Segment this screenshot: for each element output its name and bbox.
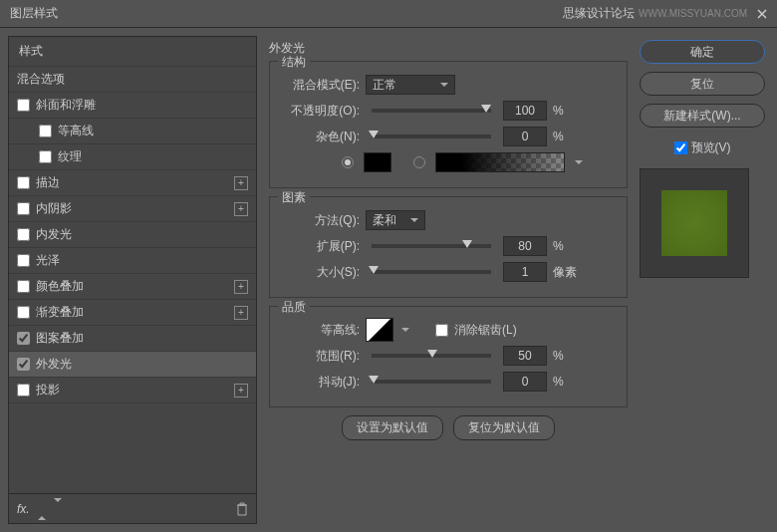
style-label: 外发光 <box>36 356 248 373</box>
opacity-slider[interactable] <box>372 109 491 113</box>
style-label: 图案叠加 <box>36 330 248 347</box>
style-label: 斜面和浮雕 <box>36 97 248 114</box>
style-item[interactable]: 颜色叠加+ <box>9 274 256 300</box>
brand-text: 思缘设计论坛WWW.MISSYUAN.COM <box>563 5 747 22</box>
style-item[interactable]: 斜面和浮雕 <box>9 93 256 119</box>
close-icon[interactable] <box>757 9 767 19</box>
style-item[interactable]: 外发光 <box>9 352 256 378</box>
reset-button[interactable]: 复位 <box>640 72 765 96</box>
jitter-slider[interactable] <box>372 380 491 384</box>
contour-menu-icon[interactable] <box>401 328 409 332</box>
style-item[interactable]: 图案叠加 <box>9 326 256 352</box>
style-checkbox[interactable] <box>17 384 30 397</box>
styles-sidebar: 样式 混合选项 斜面和浮雕等高线纹理描边+内阴影+内发光光泽颜色叠加+渐变叠加+… <box>8 36 257 524</box>
style-label: 投影 <box>36 382 234 399</box>
style-label: 内发光 <box>36 226 248 243</box>
style-label: 等高线 <box>58 123 248 139</box>
set-default-button[interactable]: 设置为默认值 <box>342 415 443 440</box>
style-label: 颜色叠加 <box>36 278 234 295</box>
opacity-input[interactable]: 100 <box>503 101 547 121</box>
style-item[interactable]: 等高线 <box>9 119 256 144</box>
style-checkbox[interactable] <box>17 332 30 345</box>
style-label: 内阴影 <box>36 200 234 217</box>
color-radio[interactable] <box>342 156 354 168</box>
noise-label: 杂色(N): <box>282 129 360 145</box>
dialog-title: 图层样式 <box>10 5 563 22</box>
range-label: 范围(R): <box>282 348 360 365</box>
new-style-button[interactable]: 新建样式(W)... <box>640 104 765 128</box>
size-input[interactable]: 1 <box>503 262 547 282</box>
ok-button[interactable]: 确定 <box>640 40 765 64</box>
style-checkbox[interactable] <box>17 306 30 319</box>
spread-input[interactable]: 80 <box>503 236 547 256</box>
jitter-input[interactable]: 0 <box>503 372 547 392</box>
noise-input[interactable]: 0 <box>503 127 547 146</box>
gradient-swatch[interactable] <box>435 152 565 172</box>
trash-icon[interactable] <box>236 502 248 516</box>
style-item[interactable]: 渐变叠加+ <box>9 300 256 326</box>
jitter-label: 抖动(J): <box>282 374 360 391</box>
style-label: 纹理 <box>58 148 248 165</box>
add-effect-icon[interactable]: + <box>234 384 248 398</box>
style-item[interactable]: 纹理 <box>9 144 256 170</box>
spread-label: 扩展(P): <box>282 238 360 255</box>
contour-picker[interactable] <box>366 318 393 342</box>
style-checkbox[interactable] <box>17 228 30 241</box>
gradient-menu-icon[interactable] <box>575 160 583 164</box>
reset-default-button[interactable]: 复位为默认值 <box>453 415 555 440</box>
method-select[interactable]: 柔和 <box>366 210 425 230</box>
opacity-label: 不透明度(O): <box>282 103 360 120</box>
style-checkbox[interactable] <box>17 99 30 112</box>
style-checkbox[interactable] <box>17 280 30 293</box>
quality-group: 品质 等高线: 消除锯齿(L) 范围(R): 50 % 抖动(J): 0 % <box>269 306 628 407</box>
style-checkbox[interactable] <box>17 176 30 189</box>
style-label: 渐变叠加 <box>36 304 234 321</box>
style-item[interactable]: 内发光 <box>9 222 256 248</box>
range-slider[interactable] <box>372 354 491 358</box>
style-item[interactable]: 内阴影+ <box>9 196 256 222</box>
blend-mode-label: 混合模式(E): <box>282 77 360 94</box>
spread-slider[interactable] <box>372 244 491 248</box>
antialias-label: 消除锯齿(L) <box>454 322 517 339</box>
add-effect-icon[interactable]: + <box>234 202 248 216</box>
size-label: 大小(S): <box>282 264 360 281</box>
style-checkbox[interactable] <box>39 125 52 137</box>
contour-label: 等高线: <box>282 322 360 339</box>
noise-slider[interactable] <box>372 134 491 138</box>
structure-group: 结构 混合模式(E): 正常 不透明度(O): 100 % 杂色(N): 0 % <box>269 61 628 188</box>
style-checkbox[interactable] <box>17 358 30 371</box>
panel-title: 外发光 <box>269 36 628 61</box>
style-checkbox[interactable] <box>17 202 30 215</box>
style-label: 描边 <box>36 174 234 191</box>
fx-icon[interactable]: fx. <box>17 502 30 516</box>
style-item[interactable]: 投影+ <box>9 378 256 403</box>
style-item[interactable]: 描边+ <box>9 170 256 196</box>
preview-label: 预览(V) <box>691 139 731 156</box>
range-input[interactable]: 50 <box>503 346 547 366</box>
style-checkbox[interactable] <box>39 150 52 163</box>
sidebar-header: 样式 <box>9 37 256 67</box>
method-label: 方法(Q): <box>282 212 360 229</box>
antialias-checkbox[interactable] <box>435 324 448 337</box>
blend-options-row[interactable]: 混合选项 <box>9 67 256 93</box>
blend-mode-select[interactable]: 正常 <box>366 75 455 95</box>
arrow-down-icon[interactable] <box>54 502 62 516</box>
style-item[interactable]: 光泽 <box>9 248 256 274</box>
add-effect-icon[interactable]: + <box>234 306 248 320</box>
arrow-up-icon[interactable] <box>38 502 46 516</box>
gradient-radio[interactable] <box>413 156 425 168</box>
preview-thumbnail <box>640 168 749 278</box>
size-slider[interactable] <box>372 270 491 274</box>
add-effect-icon[interactable]: + <box>234 280 248 294</box>
style-checkbox[interactable] <box>17 254 30 267</box>
add-effect-icon[interactable]: + <box>234 176 248 190</box>
style-label: 光泽 <box>36 252 248 269</box>
preview-checkbox[interactable] <box>674 141 687 154</box>
color-swatch[interactable] <box>364 152 391 172</box>
elements-group: 图素 方法(Q): 柔和 扩展(P): 80 % 大小(S): 1 像素 <box>269 196 628 298</box>
